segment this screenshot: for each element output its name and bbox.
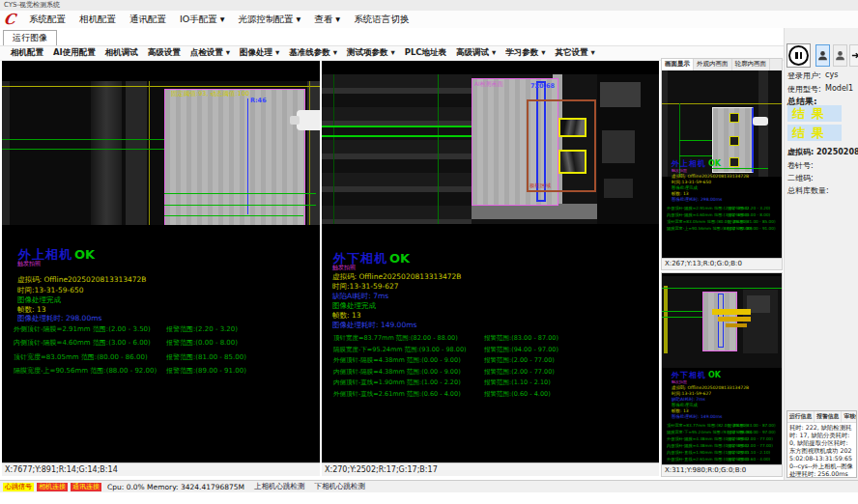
texture-band bbox=[322, 74, 472, 224]
user-login-button[interactable] bbox=[815, 44, 830, 67]
toolbar-item[interactable]: 其它设置 ▾ bbox=[551, 47, 600, 59]
highlight-streak-yellow bbox=[712, 309, 751, 315]
yellow-guide-line bbox=[309, 81, 310, 225]
texture-band bbox=[662, 70, 668, 177]
menu-bar: C 系统配置相机配置通讯配置IO手配置 ▾光源控制配置 ▾查看 ▾系统语言切换 bbox=[0, 11, 858, 29]
toolbar-item[interactable]: 点检设置 ▾ bbox=[186, 47, 235, 59]
process-time-line: 图像处理耗时: 298.00ms bbox=[17, 314, 101, 323]
toolbar-item[interactable]: 基准线参数 ▾ bbox=[284, 47, 342, 59]
threshold-label: 固定阈值:93, 动态阈值:100 bbox=[171, 90, 249, 98]
mini-view-tab[interactable]: 画面显示 bbox=[662, 59, 694, 70]
menu-item[interactable]: 相机配置 bbox=[72, 14, 123, 26]
camera-panel-inner-bottom: 外下相机OK 触发拍照 虚拟码: Offline2025020813313472… bbox=[661, 272, 783, 477]
defect-roi-yellow bbox=[729, 157, 739, 167]
user-manage-button[interactable] bbox=[833, 44, 847, 67]
green-measure-line bbox=[679, 155, 712, 156]
trigger-mode-label: 触发拍照 bbox=[672, 168, 687, 173]
camera-image-outer-bottom[interactable]: AI检测画面 720.68 极柱区域 bbox=[322, 74, 659, 224]
texture-band bbox=[600, 82, 641, 107]
mini-view-tab[interactable]: 轮廓内画面 bbox=[732, 59, 771, 70]
gripper-clip-shape bbox=[297, 110, 320, 130]
app-logo-icon: C bbox=[3, 12, 16, 27]
camera-image-inner-bottom[interactable] bbox=[662, 276, 782, 368]
green-measure-line bbox=[2, 139, 164, 140]
info-log-text[interactable]: 耗时: 222, 缺陷检测耗时: 17, 缺陷分类耗时: 0, 缺陷提取分区耗时… bbox=[787, 423, 856, 478]
menu-item[interactable]: IO手配置 ▾ bbox=[173, 14, 232, 26]
alarm-range: 报警范围:(1.10 - 2.10) bbox=[484, 378, 551, 387]
tab-run-image[interactable]: 运行图像 bbox=[3, 30, 57, 45]
control-sidebar: 登录用户: cys 使用型号: Model1 总结果: 结果 结果 虚拟码: 2… bbox=[784, 28, 858, 480]
ai-time-line: 缺陷AI耗时: 7ms bbox=[332, 292, 388, 301]
toolbar-item[interactable]: 高级调试 ▾ bbox=[451, 47, 500, 59]
pole-area-label: 极柱区域 bbox=[529, 182, 551, 189]
app-window: CYS-视觉检测系统 C 系统配置相机配置通讯配置IO手配置 ▾光源控制配置 ▾… bbox=[0, 0, 858, 504]
process-time-line: 图像处理耗时: 149.00ms bbox=[672, 414, 722, 419]
defect-roi-yellow bbox=[558, 118, 586, 137]
info-tab[interactable]: 审核信息 bbox=[842, 411, 857, 422]
user-icon bbox=[835, 50, 845, 61]
qrcode-label: 二维码: bbox=[787, 173, 814, 183]
green-guide-line bbox=[438, 74, 439, 224]
camera-image-outer-top[interactable]: 固定阈值:93, 动态阈值:100 R:46 bbox=[2, 81, 320, 225]
toolbar-item[interactable]: PLC地址表 bbox=[400, 47, 451, 59]
menu-item[interactable]: 通讯配置 bbox=[123, 14, 173, 26]
process-time-line: 图像处理耗时: 149.00ms bbox=[332, 321, 416, 330]
toolbar-item[interactable]: 高级设置 bbox=[143, 47, 186, 59]
green-measure-line bbox=[662, 317, 702, 318]
pause-button[interactable] bbox=[786, 43, 811, 68]
measurement-value: 隔膜宽度-上=90.56mm 范围:(88.00 - 92.00) bbox=[14, 366, 157, 376]
time-line: 时间:13-31-59-650 bbox=[17, 286, 84, 295]
camera-panel-inner-top: 画面显示外观内画面轮廓内画面 外上相机OK 触发拍照 虚拟码: Offline2… bbox=[661, 58, 783, 270]
alarm-range: 报警范围:(2.20 - 3.20) bbox=[166, 324, 238, 334]
highlight-streak-yellow bbox=[718, 317, 751, 322]
alarm-range: 报警范围:(94.00 - 97.00) bbox=[484, 346, 558, 354]
menu-item[interactable]: 光源控制配置 ▾ bbox=[232, 14, 308, 26]
exit-button[interactable] bbox=[849, 44, 858, 67]
pixel-status-bar: X:7677;Y:891;R:14;G:14;B:14 bbox=[2, 462, 320, 476]
info-tab[interactable]: 运行信息 bbox=[787, 411, 815, 422]
measurement-row: 隔膜宽度-上=90.56mm 范围:(88.00 - 92.00) 报警范围:(… bbox=[2, 366, 320, 379]
pixel-status-bar: X:267;Y:13;R:0;G:0;B:0 bbox=[662, 258, 782, 269]
upper-camera-heartbeat-check[interactable]: 上相机心跳检测 bbox=[254, 482, 305, 491]
measurement-row: 隔膜宽度-下=95.24mm 范围:(93.00 - 98.00) 报警范围:(… bbox=[662, 430, 782, 436]
process-done-line: 图像处理完成 bbox=[672, 403, 698, 407]
time-line: 时间:13-31-59-627 bbox=[672, 391, 711, 396]
mini-view-tab[interactable]: 外观内画面 bbox=[694, 59, 732, 70]
toolbar-item[interactable]: 图像处理 ▾ bbox=[235, 47, 284, 59]
menu-item[interactable]: 查看 ▾ bbox=[307, 14, 347, 26]
heartbeat-status-badge: 心跳信号 bbox=[3, 483, 34, 491]
toolbar-item[interactable]: 测试项参数 ▾ bbox=[342, 47, 400, 59]
measurement-list: 顶针宽度=83.77mm 范围:(82.00 - 88.00) 报警范围:(83… bbox=[322, 334, 659, 402]
measurement-value: 外侧顶针-隔膜=4.38mm 范围:(0.00 - 9.00) bbox=[333, 356, 461, 365]
cpu-memory-status: Cpu: 0.0% Memory: 3424.41796875M bbox=[107, 483, 244, 491]
window-title: CYS-视觉检测系统 bbox=[4, 1, 60, 9]
texture-band bbox=[602, 130, 635, 163]
lower-camera-heartbeat-check[interactable]: 下相机心跳检测 bbox=[315, 482, 366, 491]
trigger-mode-label: 触发拍照 bbox=[17, 260, 41, 268]
toolbar-item[interactable]: 相机调试 bbox=[100, 47, 143, 59]
green-measure-line bbox=[164, 205, 316, 206]
menu-item[interactable]: 系统配置 bbox=[22, 14, 72, 26]
app-status-bar: 心跳信号 相机连接 通讯连接 Cpu: 0.0% Memory: 3424.41… bbox=[0, 480, 858, 492]
measurement-list: 外侧顶针-隔膜=2.91mm 范围:(2.00 - 3.50) 报警范围:(2.… bbox=[2, 324, 320, 379]
measurement-value: 内侧顶针-隔膜=4.60mm 范围:(3.00 - 6.00) bbox=[14, 338, 151, 348]
defect-roi-yellow bbox=[558, 150, 586, 174]
pole-area-roi bbox=[527, 99, 596, 192]
green-measure-line bbox=[164, 215, 303, 216]
alarm-range: 报警范围:(2.20 - 3.20) bbox=[728, 206, 770, 210]
info-tab[interactable]: 报警信息 bbox=[815, 411, 842, 422]
process-done-line: 图像处理完成 bbox=[17, 295, 61, 305]
menu-item[interactable]: 系统语言切换 bbox=[347, 14, 415, 26]
alarm-range: 报警范围:(81.00 - 85.00) bbox=[166, 352, 246, 362]
toolbar-item[interactable]: 相机配置 bbox=[6, 47, 48, 59]
camera-connect-badge: 相机连接 bbox=[37, 483, 68, 491]
measurement-row: 隔膜宽度-下=95.24mm 范围:(93.00 - 98.00) 报警范围:(… bbox=[322, 346, 659, 357]
alarm-range: 报警范围:(2.00 - 77.00) bbox=[728, 436, 773, 441]
frame-count-line: 帧数: 13 bbox=[672, 191, 689, 196]
toolbar-item[interactable]: AI使用配置 bbox=[48, 47, 100, 59]
alarm-range: 报警范围:(0.00 - 8.00) bbox=[166, 338, 238, 348]
toolbar-item[interactable]: 学习参数 ▾ bbox=[500, 47, 550, 59]
result-ok-text: OK bbox=[389, 251, 410, 266]
measurement-row: 内侧顶针-直线=1.90mm 范围:(1.00 - 2.20) 报警范围:(1.… bbox=[322, 378, 659, 390]
alarm-range: 报警范围:(0.60 - 4.00) bbox=[728, 457, 770, 462]
